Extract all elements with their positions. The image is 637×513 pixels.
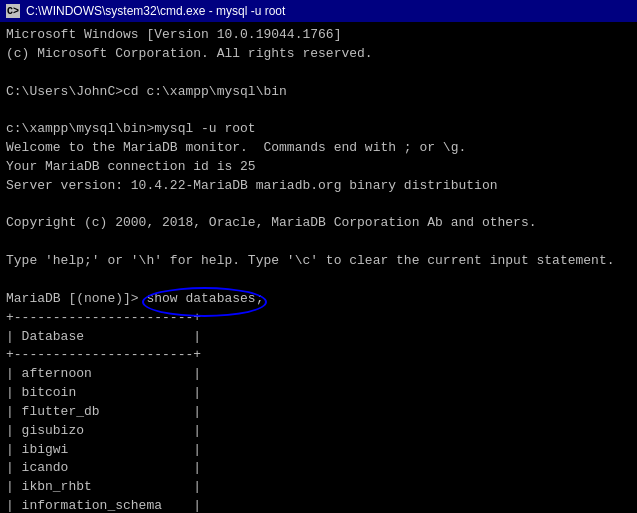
db-row-0: | afternoon | (6, 365, 631, 384)
title-bar: C> C:\WINDOWS\system32\cmd.exe - mysql -… (0, 0, 637, 22)
table-separator: +-----------------------+ (6, 346, 631, 365)
line-11: Copyright (c) 2000, 2018, Oracle, MariaD… (6, 214, 631, 233)
line-1: Microsoft Windows [Version 10.0.19044.17… (6, 26, 631, 45)
line-7: Welcome to the MariaDB monitor. Commands… (6, 139, 631, 158)
line-6: c:\xampp\mysql\bin>mysql -u root (6, 120, 631, 139)
line-8: Your MariaDB connection id is 25 (6, 158, 631, 177)
line-9: Server version: 10.4.22-MariaDB mariadb.… (6, 177, 631, 196)
terminal[interactable]: Microsoft Windows [Version 10.0.19044.17… (0, 22, 637, 513)
line-2: (c) Microsoft Corporation. All rights re… (6, 45, 631, 64)
line-5 (6, 101, 631, 120)
db-row-1: | bitcoin | (6, 384, 631, 403)
line-12 (6, 233, 631, 252)
db-row-4: | ibigwi | (6, 441, 631, 460)
line-14 (6, 271, 631, 290)
command-circled: show databases; (146, 290, 263, 309)
title-bar-icon: C> (6, 4, 20, 18)
db-row-7: | information_schema | (6, 497, 631, 513)
db-row-6: | ikbn_rhbt | (6, 478, 631, 497)
table-column-header: | Database | (6, 328, 631, 347)
db-row-5: | icando | (6, 459, 631, 478)
prompt-line: MariaDB [(none)]> show databases; (6, 290, 631, 309)
line-3 (6, 64, 631, 83)
line-13: Type 'help;' or '\h' for help. Type '\c'… (6, 252, 631, 271)
line-4: C:\Users\JohnC>cd c:\xampp\mysql\bin (6, 83, 631, 102)
prompt: MariaDB [(none)]> (6, 290, 146, 309)
title-text: C:\WINDOWS\system32\cmd.exe - mysql -u r… (26, 4, 285, 18)
db-row-2: | flutter_db | (6, 403, 631, 422)
db-row-3: | gisubizo | (6, 422, 631, 441)
line-10 (6, 196, 631, 215)
table-header: +-----------------------+ (6, 309, 631, 328)
